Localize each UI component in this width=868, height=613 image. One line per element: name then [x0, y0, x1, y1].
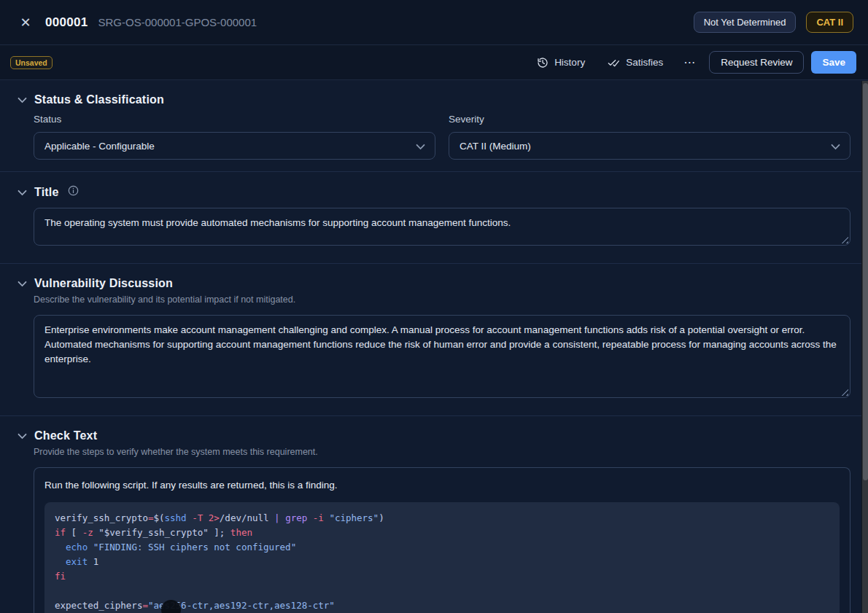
vulnerability-discussion-input[interactable]: Enterprise environments make account man… — [34, 315, 850, 398]
vertical-scrollbar[interactable] — [861, 81, 868, 613]
header: ✕ 000001 SRG-OS-000001-GPOS-000001 Not Y… — [0, 0, 868, 45]
chevron-down-icon — [831, 141, 840, 152]
section-check-text: Check Text Provide the steps to verify w… — [0, 416, 868, 613]
close-icon: ✕ — [20, 15, 31, 30]
status-badge: Not Yet Determined — [694, 12, 797, 33]
resize-grip-icon[interactable] — [841, 236, 848, 243]
chevron-down-icon — [416, 141, 425, 152]
resize-grip-icon[interactable] — [841, 389, 848, 396]
severity-label: Severity — [449, 114, 850, 125]
double-check-icon — [607, 57, 620, 69]
chevron-down-icon[interactable] — [18, 277, 27, 290]
save-button[interactable]: Save — [811, 51, 856, 74]
title-input[interactable]: The operating system must provide automa… — [34, 208, 850, 246]
section-status-classification: Status & Classification Status Applicabl… — [0, 80, 868, 172]
severity-field: Severity CAT II (Medium) — [449, 114, 850, 160]
history-button[interactable]: History — [530, 52, 592, 73]
srg-id: SRG-OS-000001-GPOS-000001 — [98, 16, 257, 28]
section-heading: Status & Classification — [34, 93, 164, 106]
section-heading: Vulnerability Discussion — [34, 277, 173, 290]
check-text-input[interactable]: Run the following script. If any results… — [34, 467, 850, 613]
ellipsis-icon: ⋯ — [683, 56, 696, 69]
section-vulnerability-discussion: Vulnerability Discussion Describe the vu… — [0, 264, 868, 416]
scrollbar-thumb[interactable] — [863, 83, 868, 480]
chevron-down-icon[interactable] — [18, 429, 27, 442]
severity-select[interactable]: CAT II (Medium) — [449, 132, 850, 160]
history-icon — [537, 57, 549, 69]
rule-form: Status & Classification Status Applicabl… — [0, 80, 868, 613]
more-options-button[interactable]: ⋯ — [678, 52, 702, 72]
section-title: Title The operating system must provide … — [0, 172, 868, 264]
unsaved-badge: Unsaved — [10, 56, 53, 69]
check-text-hint: Provide the steps to verify whether the … — [34, 447, 850, 457]
request-review-button[interactable]: Request Review — [709, 51, 804, 74]
code-block[interactable]: verify_ssh_crypto=$(sshd -T 2>/dev/null … — [44, 502, 840, 613]
vulnerability-hint: Describe the vulnerability and its poten… — [34, 294, 850, 305]
chevron-down-icon[interactable] — [18, 93, 27, 106]
section-heading: Title — [34, 186, 59, 199]
toolbar: Unsaved History Satisfies ⋯ Request Revi… — [0, 45, 868, 80]
severity-badge: CAT II — [806, 12, 853, 33]
status-field: Status Applicable - Configurable — [34, 114, 435, 160]
close-button[interactable]: ✕ — [16, 13, 35, 32]
info-icon — [68, 185, 79, 199]
status-label: Status — [34, 114, 435, 125]
status-select[interactable]: Applicable - Configurable — [34, 132, 435, 160]
rule-id: 000001 — [45, 15, 88, 30]
section-heading: Check Text — [34, 429, 97, 442]
rule-editor-panel: ✕ 000001 SRG-OS-000001-GPOS-000001 Not Y… — [0, 0, 868, 613]
satisfies-button[interactable]: Satisfies — [600, 52, 670, 73]
check-intro-text: Run the following script. If any results… — [44, 480, 840, 491]
chevron-down-icon[interactable] — [18, 186, 27, 199]
